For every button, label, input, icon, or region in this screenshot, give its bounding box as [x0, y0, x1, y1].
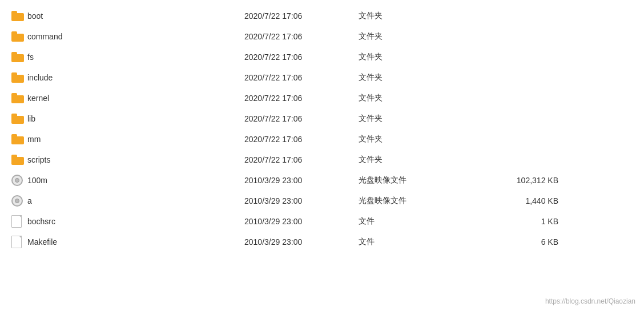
- file-type: 文件夹: [359, 155, 473, 165]
- folder-icon: [11, 155, 24, 165]
- file-date: 2010/3/29 23:00: [244, 196, 359, 205]
- file-name: mm: [27, 135, 244, 144]
- file-date: 2020/7/22 17:06: [244, 32, 359, 41]
- file-date: 2020/7/22 17:06: [244, 114, 359, 123]
- file-type: 文件夹: [359, 134, 473, 144]
- file-row[interactable]: lib2020/7/22 17:06文件夹: [0, 108, 644, 129]
- folder-icon: [11, 11, 24, 21]
- file-date: 2020/7/22 17:06: [244, 52, 359, 62]
- file-date: 2020/7/22 17:06: [244, 94, 359, 103]
- file-size: 1 KB: [473, 217, 558, 226]
- folder-icon: [11, 52, 24, 62]
- file-list: boot2020/7/22 17:06文件夹command2020/7/22 1…: [0, 0, 644, 258]
- file-date: 2010/3/29 23:00: [244, 237, 359, 247]
- file-name: lib: [27, 114, 244, 123]
- file-type: 文件夹: [359, 11, 473, 21]
- file-date: 2020/7/22 17:06: [244, 73, 359, 82]
- file-date: 2020/7/22 17:06: [244, 155, 359, 164]
- folder-icon: [11, 114, 24, 124]
- file-generic-icon: [11, 215, 22, 228]
- file-name: include: [27, 73, 244, 82]
- file-row[interactable]: a2010/3/29 23:00光盘映像文件1,440 KB: [0, 191, 644, 211]
- file-row[interactable]: fs2020/7/22 17:06文件夹: [0, 47, 644, 67]
- file-type: 文件: [359, 216, 473, 227]
- file-row[interactable]: Makefile2010/3/29 23:00文件6 KB: [0, 232, 644, 252]
- file-name: 100m: [27, 176, 244, 185]
- file-type: 文件夹: [359, 52, 473, 62]
- file-row[interactable]: scripts2020/7/22 17:06文件夹: [0, 150, 644, 170]
- file-size: 1,440 KB: [473, 196, 558, 205]
- disk-icon: [11, 195, 23, 207]
- file-row[interactable]: 100m2010/3/29 23:00光盘映像文件102,312 KB: [0, 170, 644, 191]
- file-name: scripts: [27, 155, 244, 164]
- file-row[interactable]: include2020/7/22 17:06文件夹: [0, 67, 644, 88]
- file-name: command: [27, 32, 244, 41]
- file-row[interactable]: boot2020/7/22 17:06文件夹: [0, 6, 644, 26]
- disk-icon: [11, 175, 23, 186]
- file-type: 文件夹: [359, 93, 473, 103]
- folder-icon: [11, 134, 24, 144]
- file-row[interactable]: bochsrc2010/3/29 23:00文件1 KB: [0, 211, 644, 232]
- file-row[interactable]: mm2020/7/22 17:06文件夹: [0, 129, 644, 150]
- file-type: 光盘映像文件: [359, 196, 473, 206]
- folder-icon: [11, 72, 24, 83]
- file-row[interactable]: command2020/7/22 17:06文件夹: [0, 26, 644, 47]
- watermark: https://blog.csdn.net/Qiaozian: [545, 297, 635, 305]
- file-name: kernel: [27, 94, 244, 103]
- file-name: boot: [27, 11, 244, 21]
- file-type: 文件夹: [359, 31, 473, 42]
- folder-icon: [11, 31, 24, 42]
- file-name: bochsrc: [27, 217, 244, 226]
- file-size: 102,312 KB: [473, 176, 558, 185]
- file-date: 2010/3/29 23:00: [244, 176, 359, 185]
- file-row[interactable]: kernel2020/7/22 17:06文件夹: [0, 88, 644, 108]
- file-name: Makefile: [27, 237, 244, 247]
- file-size: 6 KB: [473, 237, 558, 247]
- file-type: 文件夹: [359, 114, 473, 124]
- file-type: 光盘映像文件: [359, 175, 473, 185]
- file-generic-icon: [11, 236, 22, 248]
- file-date: 2020/7/22 17:06: [244, 11, 359, 21]
- file-date: 2020/7/22 17:06: [244, 135, 359, 144]
- file-type: 文件: [359, 237, 473, 247]
- folder-icon: [11, 93, 24, 103]
- file-date: 2010/3/29 23:00: [244, 217, 359, 226]
- file-name: fs: [27, 52, 244, 62]
- file-type: 文件夹: [359, 72, 473, 83]
- file-name: a: [27, 196, 244, 205]
